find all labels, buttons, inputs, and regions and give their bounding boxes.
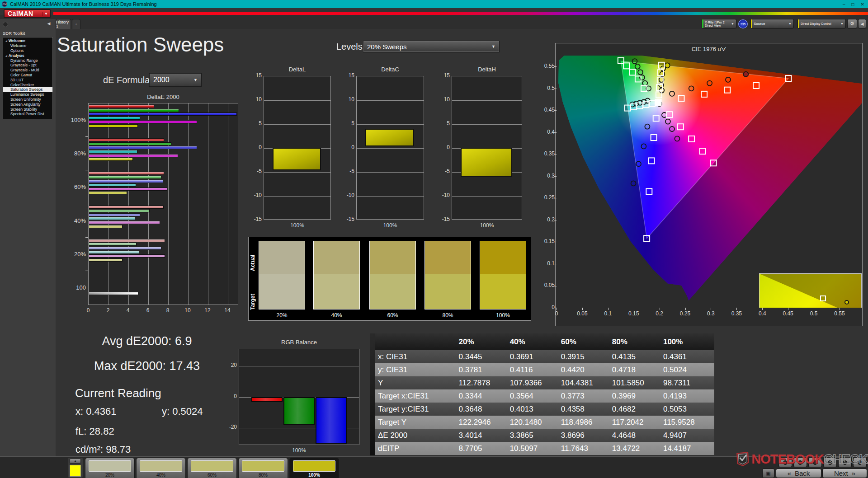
meter-preset-button[interactable] (778, 458, 792, 467)
target-point (700, 148, 706, 154)
expand-triangle-icon: ◢ (5, 54, 7, 57)
pattern-thumbnail-40%[interactable]: 40% (136, 458, 186, 478)
gridline (264, 172, 330, 173)
sidebar-item-dynamic-range[interactable]: Dynamic Range (3, 58, 52, 63)
sidebar-item-screen-uniformity[interactable]: Screen Uniformity (3, 97, 52, 102)
gridline (357, 196, 424, 197)
display-control-dropdown[interactable]: Direct Display Control ▼ (797, 19, 846, 28)
sidebar-item-screen-stability[interactable]: Screen Stability (3, 107, 52, 112)
table-header-row: 20%40%60%80%100% (375, 333, 714, 350)
sidebar-collapse-icon[interactable]: ◀ (45, 21, 52, 28)
y-tick-label: -5 (248, 168, 262, 174)
meter-dropdown[interactable]: X-Rite i1Pro 2 Direct View ▼ (702, 19, 736, 28)
expand-triangle-icon: ◢ (5, 39, 7, 42)
u-tick (660, 308, 660, 310)
sidebar-item-saturation-sweeps[interactable]: Saturation Sweeps (3, 87, 52, 92)
sidebar-item-color-gamut[interactable]: Color Gamut (3, 73, 52, 78)
u-tick (557, 308, 557, 310)
tree-section-analysis[interactable]: ◢Analysis (3, 53, 52, 58)
sidebar: ◀ SDR Toolkit ◢WelcomeWelcomeOptions◢Ana… (0, 19, 56, 456)
tab-history-1[interactable]: History 1 (56, 19, 71, 29)
table-cell: 120.1480 (510, 418, 561, 427)
source-status-bar (751, 19, 752, 28)
reading-x: x: 0.4361 (75, 406, 117, 417)
sidebar-item-3d-lut[interactable]: 3D LUT (3, 77, 52, 82)
source-dropdown[interactable]: Source ▼ (750, 19, 794, 28)
table-cell: 101.5850 (612, 379, 663, 388)
meter-preset-button[interactable] (823, 458, 837, 467)
expand-up-button[interactable]: ▲ (70, 459, 81, 464)
sidebar-item-screen-angularity[interactable]: Screen Angularity (3, 102, 52, 107)
meter-preset-button[interactable] (838, 458, 852, 467)
gridline (128, 103, 129, 305)
current-pattern-swatch[interactable] (70, 465, 81, 477)
target-point (689, 136, 694, 142)
exposure-badge[interactable]: 235 (738, 19, 748, 28)
levels-dropdown[interactable]: 20% Sweeps ▼ (363, 41, 500, 52)
sidebar-item-welcome[interactable]: Welcome (3, 43, 52, 48)
max-de2000: Max dE2000: 17.43 (72, 359, 222, 373)
u-tick (840, 308, 840, 310)
table-row: dEITP8.770510.509711.764313.472214.4187 (375, 442, 714, 455)
meter-preset-button[interactable] (793, 458, 807, 467)
sidebar-item-options[interactable]: Options (3, 48, 52, 53)
back-button[interactable]: « Back (776, 469, 821, 478)
target-point (753, 83, 759, 89)
group-tick (85, 136, 88, 137)
tree-section-welcome[interactable]: ◢Welcome (3, 38, 52, 43)
avg-de2000: Avg dE2000: 6.9 (72, 334, 222, 348)
workflow-tree: ◢WelcomeWelcomeOptions◢AnalysisDynamic R… (3, 37, 53, 119)
settings-button[interactable]: ⚙ (847, 19, 857, 28)
sidebar-item-colorchecker[interactable]: ColorChecker (3, 82, 52, 87)
sidebar-item-luminance-sweeps[interactable]: Luminance Sweeps (3, 92, 52, 97)
gridline (357, 148, 424, 149)
panel-collapse-button[interactable]: ◀ (858, 19, 866, 28)
table-cell: 0.3691 (510, 352, 561, 361)
meter-dot-icon (798, 460, 802, 465)
reading-cdm2: cd/m²: 98.73 (75, 444, 131, 455)
thumbnail-swatch (293, 460, 335, 472)
minimize-icon[interactable]: – (843, 2, 845, 7)
calman-logo-button[interactable]: CalMAN ▼ (4, 9, 51, 18)
table-cell: 0.3969 (612, 392, 663, 401)
swatch-target (480, 274, 526, 309)
sidebar-item-grayscale-2pt[interactable]: Grayscale - 2pt (3, 63, 52, 68)
sidebar-dot-button[interactable] (3, 22, 8, 27)
formula-dropdown[interactable]: 2000 ▼ (149, 73, 202, 87)
actual-target-swatch-panel: ActualTarget20%40%60%80%100% (248, 237, 531, 321)
group-label: 60% (62, 183, 86, 190)
rgb-bar-green (283, 397, 315, 425)
sidebar-item-spectral-power-dist-[interactable]: Spectral Power Dist. (3, 112, 52, 117)
reading-y: y: 0.5024 (162, 406, 203, 417)
x-tick-label: 14 (224, 307, 231, 314)
sidebar-item-grayscale-multi[interactable]: Grayscale - Multi (3, 68, 52, 73)
u-tick-label: 0.5 (805, 310, 823, 317)
rgb-bar-red (251, 397, 283, 403)
gridline (168, 103, 169, 305)
rgb-balance-chart (239, 349, 359, 445)
v-tick (554, 264, 557, 264)
bar-red-80% (89, 138, 164, 141)
tab-add[interactable]: + (72, 19, 80, 29)
v-tick (554, 286, 557, 286)
deltac-chart (356, 76, 424, 220)
close-icon[interactable]: ✕ (861, 2, 864, 7)
meter-preset-button[interactable] (808, 458, 822, 467)
meter-dot-icon (828, 460, 832, 465)
stop-button[interactable]: ▣ (762, 469, 774, 478)
maximize-icon[interactable]: □ (852, 2, 854, 7)
bar-blue-40% (89, 213, 140, 216)
pattern-thumbnail-100%[interactable]: 100% (289, 458, 339, 478)
pattern-thumbnail-80%[interactable]: 80% (238, 458, 288, 478)
pattern-thumbnail-60%[interactable]: 60% (187, 458, 237, 478)
next-button[interactable]: Next » (822, 469, 867, 478)
table-row-label: y: CIE31 (375, 366, 459, 375)
gridline (264, 100, 330, 101)
gridline (148, 103, 149, 305)
pattern-mini-panel: ▲ (68, 458, 83, 478)
meter-preset-button[interactable] (853, 458, 867, 467)
measured-point (636, 161, 641, 166)
pattern-thumbnail-20%[interactable]: 20% (85, 458, 135, 478)
y-tick-label: 0 (341, 144, 354, 150)
target-point (651, 135, 657, 141)
